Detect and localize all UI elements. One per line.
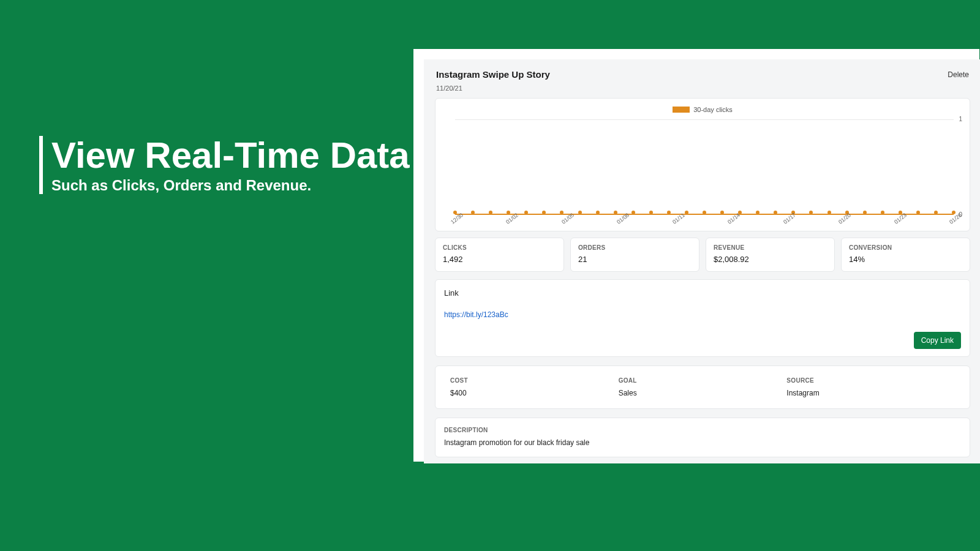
detail-cost: COST $400	[450, 377, 619, 397]
description-text: Instagram promotion for our black friday…	[444, 438, 961, 447]
gridline-top	[455, 119, 954, 120]
metric-orders: ORDERS 21	[570, 238, 699, 272]
metric-label: CLICKS	[443, 244, 556, 251]
promo-subtitle: Such as Clicks, Orders and Revenue.	[51, 177, 410, 194]
legend-label: 30-day clicks	[693, 106, 733, 113]
chart-point	[507, 211, 510, 214]
legend-swatch-icon	[673, 107, 690, 113]
chart-point	[560, 211, 564, 214]
chart-point	[471, 211, 475, 214]
chart-point	[756, 211, 760, 214]
chart-point	[667, 211, 671, 214]
app-frame: Instagram Swipe Up Story Delete 11/20/21…	[413, 49, 979, 462]
chart-point	[934, 211, 938, 214]
chart-point	[453, 211, 457, 214]
detail-value: Instagram	[786, 389, 955, 397]
metric-value: 14%	[849, 255, 962, 264]
page-title: Instagram Swipe Up Story	[436, 69, 550, 80]
chart-point	[774, 211, 777, 214]
chart-point	[703, 211, 706, 214]
detail-goal: GOAL Sales	[619, 377, 787, 397]
metric-label: ORDERS	[578, 244, 692, 251]
detail-label: GOAL	[619, 377, 787, 384]
chart-point	[542, 211, 546, 214]
delete-button[interactable]: Delete	[948, 70, 969, 79]
detail-source: SOURCE Instagram	[786, 377, 955, 397]
chart-point	[649, 211, 653, 214]
metric-label: REVENUE	[714, 244, 827, 251]
metric-conversion: CONVERSION 14%	[841, 238, 970, 272]
detail-value: Sales	[619, 389, 787, 397]
description-card: DESCRIPTION Instagram promotion for our …	[435, 418, 970, 457]
copy-link-button[interactable]: Copy Link	[914, 332, 961, 349]
metric-clicks: CLICKS 1,492	[435, 238, 564, 272]
metric-value: 21	[578, 255, 692, 264]
app-content: Instagram Swipe Up Story Delete 11/20/21…	[424, 59, 980, 463]
chart-point	[809, 211, 813, 214]
metric-value: $2,008.92	[714, 255, 827, 264]
chart-point	[631, 211, 635, 214]
chart-point	[596, 211, 600, 214]
chart-point	[952, 211, 956, 214]
chart-point	[614, 211, 617, 214]
chart-point	[685, 211, 688, 214]
details-card: COST $400 GOAL Sales SOURCE Instagram	[435, 365, 970, 409]
chart-point	[489, 211, 492, 214]
promo-block: View Real-Time Data Such as Clicks, Orde…	[39, 136, 410, 194]
promo-title: View Real-Time Data	[51, 136, 410, 174]
clicks-chart-card: 30-day clicks 1 0 12/3001/0201/0501/0801…	[435, 98, 970, 231]
description-label: DESCRIPTION	[444, 427, 961, 433]
chart-point	[524, 211, 528, 214]
chart-legend: 30-day clicks	[448, 106, 957, 113]
detail-value: $400	[450, 389, 619, 397]
chart-point	[720, 211, 724, 214]
page-header: Instagram Swipe Up Story Delete	[435, 66, 970, 84]
metric-label: CONVERSION	[849, 244, 962, 251]
chart-point	[916, 211, 920, 214]
link-card: Link https://bit.ly/123aBc Copy Link	[435, 279, 970, 357]
y-tick-top: 1	[959, 116, 962, 122]
chart-point	[827, 211, 831, 214]
metric-revenue: REVENUE $2,008.92	[706, 238, 835, 272]
detail-label: COST	[450, 377, 619, 384]
detail-label: SOURCE	[786, 377, 955, 384]
chart-point	[863, 211, 867, 214]
metric-value: 1,492	[443, 255, 556, 264]
chart-x-labels: 12/3001/0201/0501/0801/1101/1401/1701/20…	[455, 216, 954, 228]
chart-point	[881, 211, 884, 214]
page-date: 11/20/21	[435, 84, 970, 98]
tracking-link[interactable]: https://bit.ly/123aBc	[444, 310, 508, 319]
chart-plot-area: 1 0 12/3001/0201/0501/0801/1101/1401/170…	[455, 119, 954, 215]
metrics-row: CLICKS 1,492 ORDERS 21 REVENUE $2,008.92…	[435, 238, 970, 272]
x-tick-label: 12/30	[450, 212, 464, 225]
chart-point	[578, 211, 582, 214]
link-heading: Link	[444, 288, 961, 298]
